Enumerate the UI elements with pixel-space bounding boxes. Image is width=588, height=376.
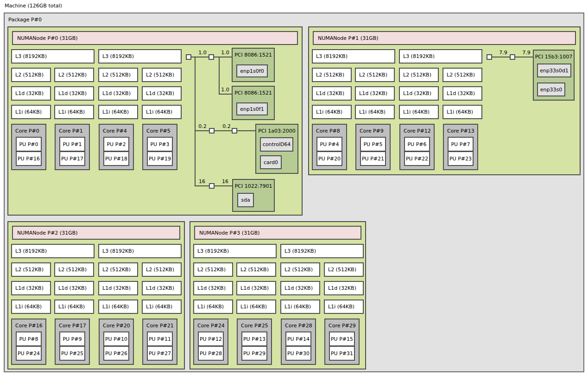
l1d-cache: L1d (32KB) [54,281,94,295]
l1d-cache: L1d (32KB) [142,86,182,101]
numa-node-1-label: NUMANode P#1 (31GB) [313,31,576,45]
l1i-cache: L1i (64KB) [54,300,94,314]
pu-box: PU P#14 [285,331,311,346]
pu-box: PU P#6 [404,137,430,152]
core-label: Core P#29 [329,323,356,329]
core-label: Core P#8 [316,128,340,134]
l1i-cache: L1i (64KB) [98,300,138,314]
l1d-cache: L1d (32KB) [11,86,51,101]
numa-node-2-label: NUMANode P#2 (31GB) [12,226,180,240]
pu-box: PU P#28 [198,346,224,361]
pu-box: PU P#29 [241,346,267,361]
machine-label: Machine (126GB total) [5,3,62,9]
numa-node-3: NUMANode P#3 (31GB) L3 (8192KB) L3 (8192… [190,221,366,370]
l2-cache: L2 (512KB) [142,262,182,277]
link-speed-label: 7.9 [496,50,510,56]
pu-box: PU P#26 [103,346,129,361]
core-box: Core P#29 PU P#15 PU P#31 [324,319,360,365]
pu-box: PU P#1 [59,137,85,152]
link-speed-label: 1.0 [218,50,232,56]
os-device-sda: sda [237,193,254,207]
l2-cache: L2 (512KB) [355,68,395,82]
l1d-cache: L1d (32KB) [11,281,51,295]
l1i-cache: L1i (64KB) [355,105,395,119]
core-box: Core P#17 PU P#9 PU P#25 [55,319,90,365]
pu-box: PU P#13 [241,331,267,346]
l1i-cache: L1i (64KB) [312,105,352,119]
l1d-cache: L1d (32KB) [193,281,233,295]
core-box: Core P#21 PU P#11 PU P#27 [142,319,177,365]
l1i-cache: L1i (64KB) [98,105,138,119]
l1d-cache: L1d (32KB) [355,86,395,101]
l2-cache: L2 (512KB) [11,68,51,82]
l3-cache: L3 (8192KB) [11,244,95,258]
pu-box: PU P#17 [59,151,85,166]
topology-canvas: Machine (126GB total) Package P#0 NUMANo… [0,0,588,376]
pci-link-line [195,130,209,131]
l1d-cache: L1d (32KB) [54,86,94,101]
l3-cache: L3 (8192KB) [399,49,482,64]
pci-link-line [492,57,510,57]
pu-box: PU P#4 [316,137,342,152]
package-label: Package P#0 [8,17,42,23]
l2-cache: L2 (512KB) [54,68,94,82]
l3-cache: L3 (8192KB) [98,49,182,64]
l1d-cache: L1d (32KB) [142,281,182,295]
pci-host-bridge [186,54,191,60]
pu-box: PU P#12 [198,331,224,346]
l2-cache: L2 (512KB) [98,262,138,277]
os-device-enp33s0: enp33s0 [537,83,565,96]
core-box: Core P#0 PU P#0 PU P#16 [11,124,46,170]
pci-link-line [515,57,533,57]
numa-node-0: NUMANode P#0 (31GB) L3 (8192KB) L3 (8192… [7,26,303,216]
core-label: Core P#20 [103,323,130,329]
core-box: Core P#13 PU P#7 PU P#23 [443,124,478,170]
pu-box: PU P#7 [448,137,474,152]
l3-cache: L3 (8192KB) [11,49,95,64]
os-device-controlD64: controlD64 [260,137,293,152]
l1d-cache: L1d (32KB) [324,281,364,295]
core-box: Core P#1 PU P#1 PU P#17 [55,124,90,170]
pu-box: PU P#9 [59,331,85,346]
core-label: Core P#28 [285,323,312,329]
l1i-cache: L1i (64KB) [443,105,482,119]
core-label: Core P#9 [360,128,384,134]
pu-box: PU P#23 [448,151,474,166]
pu-box: PU P#8 [16,331,42,346]
link-speed-label: 1.0 [196,50,209,56]
pu-box: PU P#15 [329,331,355,346]
pci-bridge [209,183,215,189]
pci-device-title: PCI 8086:1521 [233,52,274,58]
link-speed-label: 16 [218,178,232,185]
link-speed-label: 16 [195,178,209,185]
pci-device-title: PCI 15b3:1007 [534,54,574,60]
core-box: Core P#20 PU P#10 PU P#26 [99,319,134,365]
l2-cache: L2 (512KB) [280,262,320,277]
pci-link-line [214,57,232,57]
pu-box: PU P#25 [59,346,85,361]
link-speed-label: 0.2 [196,123,209,129]
pci-link-line [237,130,255,131]
l1i-cache: L1i (64KB) [142,105,182,119]
l1i-cache: L1i (64KB) [142,300,182,314]
pu-box: PU P#0 [16,137,42,152]
core-box: Core P#28 PU P#14 PU P#30 [281,319,316,365]
l2-cache: L2 (512KB) [324,262,364,277]
core-box: Core P#12 PU P#6 PU P#22 [399,124,435,170]
pci-device-box: PCI 1022:7901 sda [232,179,275,212]
l3-cache: L3 (8192KB) [280,244,364,258]
l3-cache: L3 (8192KB) [312,49,395,64]
core-box: Core P#25 PU P#13 PU P#29 [237,319,272,365]
pu-box: PU P#20 [316,151,342,166]
pci-link-line [195,185,209,186]
pu-box: PU P#3 [147,137,173,152]
pci-device-box: PCI 8086:1521 enp1s0f0 [232,48,275,82]
pci-device-box: PCI 15b3:1007 enp33s0d1 enp33s0 [533,50,575,101]
os-device-enp33s0d1: enp33s0d1 [537,64,571,77]
l1d-cache: L1d (32KB) [399,86,439,101]
l1i-cache: L1i (64KB) [324,300,364,314]
pu-box: PU P#24 [16,346,42,361]
pu-box: PU P#22 [404,151,430,166]
pci-bridge [510,54,515,60]
l1i-cache: L1i (64KB) [54,105,94,119]
